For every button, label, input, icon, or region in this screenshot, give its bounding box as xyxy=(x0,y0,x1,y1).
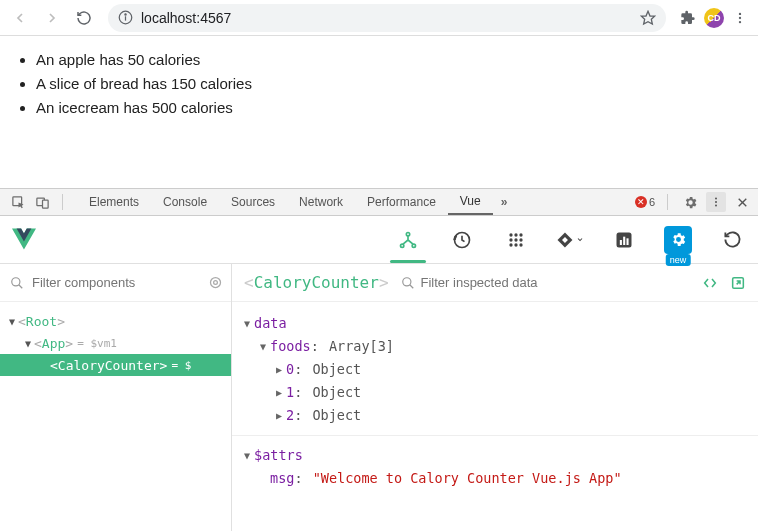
tab-console[interactable]: Console xyxy=(151,189,219,215)
svg-point-2 xyxy=(125,14,126,15)
svg-point-23 xyxy=(514,238,517,241)
tree-filter-input[interactable] xyxy=(32,275,200,290)
browser-menu-icon[interactable] xyxy=(728,6,752,30)
tree-filter xyxy=(0,264,231,302)
svg-rect-9 xyxy=(42,200,48,208)
inspect-filter-input[interactable] xyxy=(421,275,690,290)
svg-marker-3 xyxy=(641,11,654,24)
tab-sources[interactable]: Sources xyxy=(219,189,287,215)
inspector-header: <CaloryCounter> xyxy=(232,264,758,302)
search-icon xyxy=(401,276,415,290)
tabs-overflow-icon[interactable]: » xyxy=(493,195,516,209)
inspector-panel: <CaloryCounter> data foods: A xyxy=(232,264,758,531)
svg-point-25 xyxy=(509,243,512,246)
vue-logo-icon xyxy=(12,228,36,252)
device-toggle-icon[interactable] xyxy=(32,192,52,212)
tab-vue[interactable]: Vue xyxy=(448,189,493,215)
tree-node-app[interactable]: ▼<App>= $vm1 xyxy=(0,332,231,354)
reload-button[interactable] xyxy=(70,4,98,32)
open-in-editor-icon[interactable] xyxy=(702,275,718,291)
list-item: An icecream has 500 calories xyxy=(36,96,742,120)
error-count-badge[interactable]: ✕6 xyxy=(635,196,655,208)
extensions-icon[interactable] xyxy=(676,6,700,30)
tree-node-calorycounter[interactable]: <CaloryCounter>= $ xyxy=(0,354,231,376)
search-icon xyxy=(10,276,24,290)
url-text: localhost:4567 xyxy=(141,10,632,26)
svg-point-11 xyxy=(715,201,717,203)
svg-point-15 xyxy=(406,232,409,235)
inspector-body: data foods: Array[3] 0: Object 1: Object… xyxy=(232,302,758,531)
svg-line-33 xyxy=(19,284,23,288)
svg-rect-30 xyxy=(623,236,625,244)
vue-refresh-icon[interactable] xyxy=(718,217,746,263)
browser-toolbar: localhost:4567 CD xyxy=(0,0,758,36)
profile-avatar[interactable]: CD xyxy=(704,8,724,28)
svg-point-27 xyxy=(519,243,522,246)
svg-point-19 xyxy=(509,233,512,236)
data-foods[interactable]: foods: Array[3] xyxy=(240,335,750,358)
svg-point-34 xyxy=(211,278,221,288)
vue-tab-timeline-icon[interactable] xyxy=(448,217,476,263)
list-item: A slice of bread has 150 calories xyxy=(36,72,742,96)
new-badge: new xyxy=(666,254,691,266)
list-item: An apple has 50 calories xyxy=(36,48,742,72)
site-info-icon[interactable] xyxy=(118,10,133,25)
svg-point-35 xyxy=(214,281,218,285)
svg-point-22 xyxy=(509,238,512,241)
svg-point-32 xyxy=(12,277,20,285)
svg-point-24 xyxy=(519,238,522,241)
svg-point-21 xyxy=(519,233,522,236)
svg-point-36 xyxy=(402,277,410,285)
tab-performance[interactable]: Performance xyxy=(355,189,448,215)
attrs-section[interactable]: $attrs xyxy=(240,444,750,467)
open-external-icon[interactable] xyxy=(730,275,746,291)
svg-point-20 xyxy=(514,233,517,236)
devtools-more-icon[interactable] xyxy=(706,192,726,212)
bookmark-star-icon[interactable] xyxy=(640,10,656,26)
back-button[interactable] xyxy=(6,4,34,32)
data-item[interactable]: 2: Object xyxy=(240,404,750,427)
tree-node-root[interactable]: ▼<Root> xyxy=(0,310,231,332)
vue-devtools-body: ▼<Root> ▼<App>= $vm1 <CaloryCounter>= $ … xyxy=(0,264,758,531)
vue-tab-routes-icon[interactable] xyxy=(556,217,584,263)
svg-line-37 xyxy=(409,284,413,288)
page-content: An apple has 50 calories A slice of brea… xyxy=(0,36,758,188)
tab-network[interactable]: Network xyxy=(287,189,355,215)
forward-button[interactable] xyxy=(38,4,66,32)
svg-point-26 xyxy=(514,243,517,246)
data-item[interactable]: 0: Object xyxy=(240,358,750,381)
svg-point-16 xyxy=(401,244,404,247)
select-target-icon[interactable] xyxy=(208,275,223,290)
vue-tab-perf-icon[interactable] xyxy=(610,217,638,263)
data-item[interactable]: 1: Object xyxy=(240,381,750,404)
vue-tab-vuex-icon[interactable] xyxy=(502,217,530,263)
vue-tab-components-icon[interactable] xyxy=(394,217,422,263)
svg-point-12 xyxy=(715,205,717,207)
vue-tab-settings-icon[interactable]: new xyxy=(664,226,692,254)
component-tree-panel: ▼<Root> ▼<App>= $vm1 <CaloryCounter>= $ xyxy=(0,264,232,531)
component-tree: ▼<Root> ▼<App>= $vm1 <CaloryCounter>= $ xyxy=(0,302,231,531)
vue-devtools-header: new xyxy=(0,216,758,264)
svg-point-17 xyxy=(412,244,415,247)
inspect-element-icon[interactable] xyxy=(8,192,28,212)
data-section[interactable]: data xyxy=(240,312,750,335)
inspector-title: <CaloryCounter> xyxy=(244,273,389,292)
attrs-msg[interactable]: msg: "Welcome to Calory Counter Vue.js A… xyxy=(240,467,750,490)
devtools-close-icon[interactable] xyxy=(732,192,752,212)
devtools-settings-icon[interactable] xyxy=(680,192,700,212)
svg-point-5 xyxy=(739,16,741,18)
svg-point-6 xyxy=(739,20,741,22)
address-bar[interactable]: localhost:4567 xyxy=(108,4,666,32)
svg-point-10 xyxy=(715,198,717,200)
svg-rect-29 xyxy=(620,240,622,245)
svg-point-4 xyxy=(739,12,741,14)
svg-rect-31 xyxy=(627,238,629,245)
devtools-tabbar: Elements Console Sources Network Perform… xyxy=(0,188,758,216)
tab-elements[interactable]: Elements xyxy=(77,189,151,215)
